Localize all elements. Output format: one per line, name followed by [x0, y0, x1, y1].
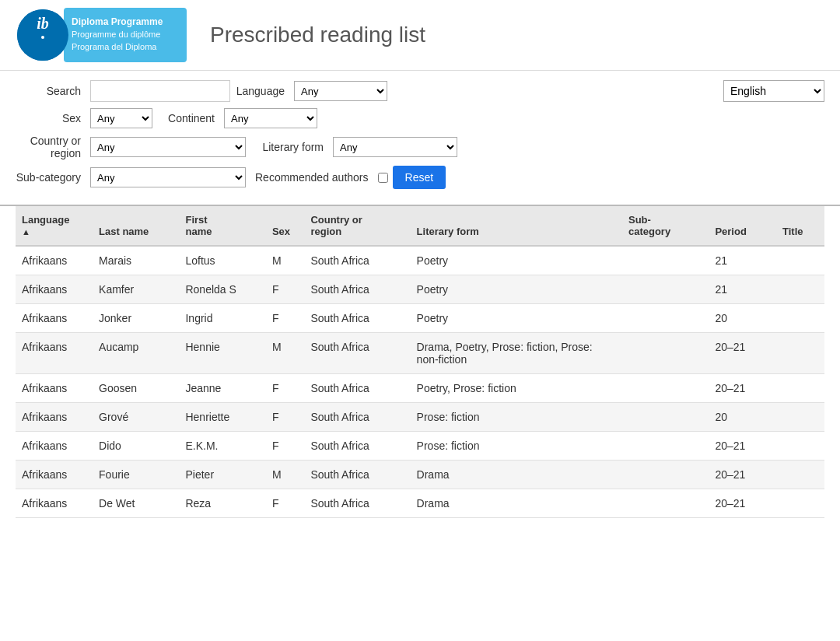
period-cell: 20 [709, 304, 776, 333]
last-name-cell: Fourie [93, 461, 179, 489]
col-header-last-name: Last name [93, 206, 179, 246]
subcategory-label: Sub-category [16, 171, 86, 184]
table-row[interactable]: AfrikaansDe WetRezaFSouth AfricaDrama20–… [16, 489, 824, 518]
svg-text:Programme du diplôme: Programme du diplôme [72, 30, 160, 39]
period-cell: 21 [709, 246, 776, 275]
page-header: ib ● Diploma Programme Programme du dipl… [0, 0, 840, 71]
sub-category-cell [622, 432, 709, 461]
sex-cell: F [266, 304, 305, 333]
period-cell: 20–21 [709, 374, 776, 403]
period-cell: 20–21 [709, 489, 776, 518]
first-name-cell: Hennie [179, 333, 265, 374]
first-name-cell: Ingrid [179, 304, 265, 333]
country-cell: South Africa [304, 333, 410, 374]
sex-cell: F [266, 275, 305, 304]
title-cell [776, 461, 824, 489]
title-cell [776, 489, 824, 518]
country-cell: South Africa [304, 432, 410, 461]
language-select[interactable]: Any Afrikaans Arabic Chinese English Fre… [294, 81, 387, 101]
sex-select[interactable]: Any F M [90, 108, 152, 128]
country-label: Country orregion [16, 135, 86, 159]
period-cell: 20 [709, 403, 776, 432]
table-row[interactable]: AfrikaansMaraisLoftusMSouth AfricaPoetry… [16, 246, 824, 275]
title-cell [776, 403, 824, 432]
col-header-sub-category: Sub-category [622, 206, 709, 246]
literary-form-select[interactable]: Any Drama Poetry Prose: fiction Prose: n… [333, 137, 457, 157]
sex-cell: F [266, 432, 305, 461]
table-row[interactable]: AfrikaansAucampHennieMSouth AfricaDrama,… [16, 333, 824, 374]
sub-category-cell [622, 246, 709, 275]
literary-form-cell: Poetry [411, 246, 622, 275]
table-row[interactable]: AfrikaansDidoE.K.M.FSouth AfricaProse: f… [16, 432, 824, 461]
col-header-sex: Sex [266, 206, 305, 246]
svg-text:Programa del Diploma: Programa del Diploma [72, 42, 157, 51]
table-row[interactable]: AfrikaansKamferRonelda SFSouth AfricaPoe… [16, 275, 824, 304]
table-row[interactable]: AfrikaansJonkerIngridFSouth AfricaPoetry… [16, 304, 824, 333]
last-name-cell: Goosen [93, 374, 179, 403]
search-input[interactable] [90, 80, 230, 102]
sub-category-cell [622, 304, 709, 333]
last-name-cell: Jonker [93, 304, 179, 333]
subcategory-select[interactable]: Any [90, 167, 246, 187]
literary-form-cell: Drama [411, 461, 622, 489]
literary-form-cell: Drama, Poetry, Prose: fiction, Prose: no… [411, 333, 622, 374]
svg-point-10 [41, 36, 44, 39]
period-cell: 20–21 [709, 461, 776, 489]
col-header-language[interactable]: Language▲ [16, 206, 93, 246]
table-row[interactable]: AfrikaansFouriePieterMSouth AfricaDrama2… [16, 461, 824, 489]
literary-form-cell: Poetry [411, 275, 622, 304]
sub-category-cell [622, 275, 709, 304]
col-header-period: Period [709, 206, 776, 246]
sub-category-cell [622, 489, 709, 518]
language-cell: Afrikaans [16, 432, 93, 461]
sex-cell: F [266, 489, 305, 518]
literary-form-cell: Poetry [411, 304, 622, 333]
country-cell: South Africa [304, 246, 410, 275]
reset-button[interactable]: Reset [393, 166, 446, 189]
search-label: Search [16, 85, 86, 97]
country-select[interactable]: Any South Africa France Germany UK USA [90, 137, 246, 157]
title-cell [776, 304, 824, 333]
first-name-cell: Henriette [179, 403, 265, 432]
sub-category-cell [622, 403, 709, 432]
first-name-cell: Reza [179, 489, 265, 518]
language-label: Language [235, 85, 289, 97]
literary-form-cell: Poetry, Prose: fiction [411, 374, 622, 403]
language-cell: Afrikaans [16, 246, 93, 275]
language-cell: Afrikaans [16, 275, 93, 304]
language-cell: Afrikaans [16, 304, 93, 333]
first-name-cell: Ronelda S [179, 275, 265, 304]
literary-form-cell: Drama [411, 489, 622, 518]
title-cell [776, 275, 824, 304]
last-name-cell: Dido [93, 432, 179, 461]
table-row[interactable]: AfrikaansGoosenJeanneFSouth AfricaPoetry… [16, 374, 824, 403]
page-title: Prescribed reading list [210, 23, 425, 47]
literary-form-cell: Prose: fiction [411, 432, 622, 461]
filter-row-2: Sex Any F M Continent Any Africa Asia Eu… [16, 108, 824, 128]
first-name-cell: Pieter [179, 461, 265, 489]
country-cell: South Africa [304, 304, 410, 333]
svg-text:Diploma Programme: Diploma Programme [72, 16, 163, 27]
last-name-cell: Marais [93, 246, 179, 275]
recommended-checkbox[interactable] [378, 173, 388, 183]
col-header-country: Country orregion [304, 206, 410, 246]
continent-select[interactable]: Any Africa Asia Europe North America Oce… [224, 108, 317, 128]
continent-label: Continent [157, 112, 219, 124]
table-row[interactable]: AfrikaansGrovéHenrietteFSouth AfricaPros… [16, 403, 824, 432]
sex-cell: M [266, 246, 305, 275]
recommended-label: Recommended authors [250, 171, 373, 184]
sub-category-cell [622, 333, 709, 374]
filter-row-3: Country orregion Any South Africa France… [16, 135, 824, 159]
sex-label: Sex [16, 112, 86, 124]
results-table: Language▲ Last name Firstname Sex Countr… [16, 206, 824, 518]
sex-cell: F [266, 403, 305, 432]
country-cell: South Africa [304, 489, 410, 518]
country-cell: South Africa [304, 461, 410, 489]
ui-language-select[interactable]: English French Spanish [723, 80, 824, 102]
sex-cell: M [266, 461, 305, 489]
title-cell [776, 432, 824, 461]
filters-section: Search Language Any Afrikaans Arabic Chi… [0, 71, 840, 206]
literary-form-label: Literary form [250, 141, 328, 153]
country-cell: South Africa [304, 374, 410, 403]
filter-row-4: Sub-category Any Recommended authors Res… [16, 166, 824, 189]
